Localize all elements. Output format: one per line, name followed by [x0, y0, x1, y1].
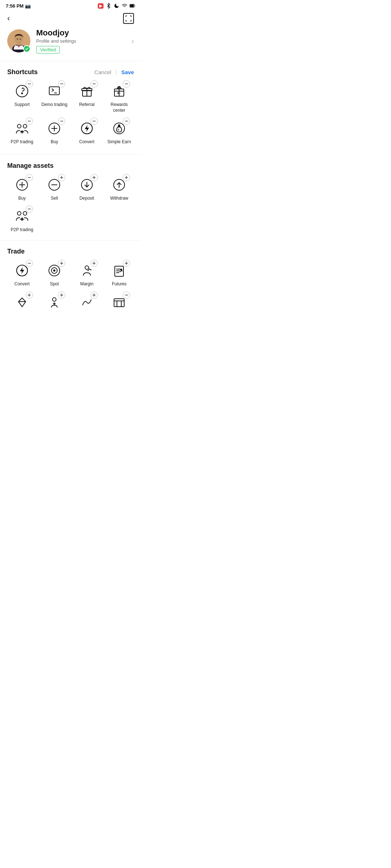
avatar[interactable] — [7, 29, 30, 52]
trade-spot-label: Spot — [50, 281, 59, 287]
shortcuts-actions: Cancel | Save — [94, 69, 134, 75]
manage-assets-header: Manage assets — [7, 162, 134, 170]
trade-header: Trade — [7, 248, 134, 255]
scan-button[interactable] — [123, 13, 134, 24]
checkmark-icon — [25, 47, 29, 51]
remove-rewards-badge[interactable]: − — [123, 80, 130, 88]
shortcut-demo[interactable]: − Demo trading — [40, 82, 70, 113]
svg-point-39 — [87, 270, 88, 271]
remove-support-badge[interactable]: − — [26, 80, 33, 88]
profile-subtitle: Profile and settings — [36, 38, 126, 44]
manage-assets-section: Manage assets − Buy + — [0, 155, 141, 240]
top-nav: ‹ — [0, 10, 141, 28]
asset-deposit[interactable]: + Deposit — [72, 175, 102, 201]
svg-text:$: $ — [118, 128, 119, 131]
add-asset-withdraw[interactable]: + — [123, 174, 130, 181]
shortcut-rewards[interactable]: − Rewards center — [105, 82, 134, 113]
trade-grid: − Convert + Spot — [7, 261, 134, 313]
svg-point-11 — [21, 93, 22, 94]
add-trade-item7[interactable]: + — [91, 292, 98, 299]
remove-asset-p2p[interactable]: − — [26, 205, 33, 213]
svg-point-41 — [90, 269, 91, 270]
shortcut-p2p[interactable]: − P2P trading — [7, 119, 37, 145]
add-trade-margin[interactable]: + — [91, 260, 98, 267]
verified-badge — [23, 45, 30, 52]
referral-label: Referral — [79, 102, 94, 108]
shortcut-buy[interactable]: − Buy — [40, 119, 70, 145]
bluetooth-icon — [106, 3, 112, 9]
asset-sell[interactable]: + Sell — [40, 175, 70, 201]
remove-trade-item8[interactable]: − — [123, 292, 130, 299]
asset-deposit-label: Deposit — [79, 196, 94, 201]
add-trade-item5[interactable]: + — [26, 292, 33, 299]
profile-chevron[interactable]: › — [131, 37, 134, 45]
trade-margin[interactable]: + Margin — [72, 261, 102, 287]
add-trade-futures[interactable]: + — [123, 260, 130, 267]
profile-info: Moodjoy Profile and settings Verified — [36, 28, 126, 54]
shortcut-convert[interactable]: − Convert — [72, 119, 102, 145]
shortcuts-header: Shortcuts Cancel | Save — [7, 68, 134, 76]
remove-trade-convert[interactable]: − — [26, 260, 33, 267]
save-button[interactable]: Save — [121, 69, 134, 75]
remove-p2p-badge[interactable]: − — [26, 118, 33, 125]
battery-icon — [130, 3, 135, 9]
asset-sell-label: Sell — [51, 196, 58, 201]
shortcut-earn[interactable]: − $ Simple Earn — [105, 119, 134, 145]
trade-title: Trade — [7, 248, 25, 255]
shortcut-referral[interactable]: − Referral — [72, 82, 102, 113]
trade-item7[interactable]: + — [72, 293, 102, 313]
shortcuts-grid: − Support − Demo trading — [7, 82, 134, 145]
cancel-button[interactable]: Cancel — [94, 69, 112, 75]
shortcut-support[interactable]: − Support — [7, 82, 37, 113]
asset-withdraw[interactable]: + Withdraw — [105, 175, 134, 201]
scan-icon — [125, 15, 132, 22]
add-trade-item6[interactable]: + — [58, 292, 65, 299]
moon-icon — [114, 3, 119, 9]
profile-name: Moodjoy — [36, 28, 126, 38]
remove-referral-badge[interactable]: − — [91, 80, 98, 88]
svg-point-7 — [14, 35, 23, 44]
trade-margin-label: Margin — [80, 281, 93, 287]
manage-assets-grid: − Buy + Sell + — [7, 175, 134, 233]
asset-buy-label: Buy — [18, 196, 26, 201]
add-asset-deposit[interactable]: + — [91, 174, 98, 181]
wifi-icon — [122, 3, 127, 9]
svg-point-33 — [17, 212, 21, 215]
remove-buy-badge[interactable]: − — [58, 118, 65, 125]
add-asset-sell[interactable]: + — [58, 174, 65, 181]
verified-tag: Verified — [36, 46, 60, 54]
convert-label: Convert — [79, 139, 94, 145]
add-trade-spot[interactable]: + — [58, 260, 65, 267]
status-icons: ▶ — [98, 3, 135, 9]
asset-p2p[interactable]: − P2P trading — [7, 207, 37, 233]
trade-item6[interactable]: + — [40, 293, 70, 313]
remove-demo-badge[interactable]: − — [58, 80, 65, 88]
profile-section: Moodjoy Profile and settings Verified › — [0, 28, 141, 61]
shortcuts-section: Shortcuts Cancel | Save − Support − — [0, 61, 141, 149]
trade-convert-label: Convert — [14, 281, 30, 287]
remove-earn-badge[interactable]: − — [123, 118, 130, 125]
p2p-label: P2P trading — [11, 139, 34, 145]
trade-item5[interactable]: + — [7, 293, 37, 313]
remove-convert-badge[interactable]: − — [91, 118, 98, 125]
trade-futures-label: Futures — [112, 281, 127, 287]
svg-rect-3 — [130, 5, 134, 7]
asset-p2p-label: P2P trading — [11, 227, 34, 233]
svg-point-47 — [52, 298, 56, 301]
svg-rect-12 — [49, 87, 59, 95]
svg-point-18 — [23, 124, 27, 128]
trade-spot[interactable]: + Spot — [40, 261, 70, 287]
svg-point-9 — [20, 39, 21, 40]
buy-label: Buy — [51, 139, 58, 145]
trade-item8[interactable]: − — [105, 293, 134, 313]
svg-point-34 — [23, 212, 27, 215]
asset-buy[interactable]: − Buy — [7, 175, 37, 201]
trade-convert[interactable]: − Convert — [7, 261, 37, 287]
support-label: Support — [14, 102, 30, 108]
status-bar: 7:56 PM 📷 ▶ — [0, 0, 141, 10]
trade-futures[interactable]: + Futures — [105, 261, 134, 287]
remove-asset-buy[interactable]: − — [26, 174, 33, 181]
svg-rect-48 — [114, 299, 124, 307]
asset-withdraw-label: Withdraw — [110, 196, 128, 201]
back-button[interactable]: ‹ — [7, 14, 10, 23]
